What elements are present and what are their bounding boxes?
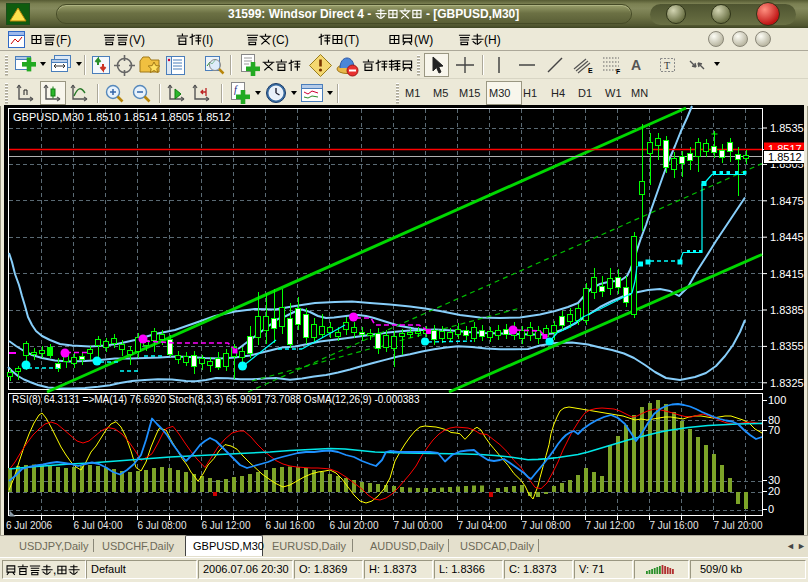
svg-text:6 Jul 04:00: 6 Jul 04:00 — [74, 520, 123, 531]
svg-text:T: T — [664, 60, 670, 71]
svg-text:7 Jul 08:00: 7 Jul 08:00 — [522, 520, 571, 531]
svg-text:1.8445: 1.8445 — [770, 231, 804, 243]
svg-text:7 Jul 12:00: 7 Jul 12:00 — [586, 520, 635, 531]
svg-text:20: 20 — [768, 485, 780, 497]
svg-text:1.8535: 1.8535 — [770, 122, 804, 134]
svg-text:7 Jul 04:00: 7 Jul 04:00 — [458, 520, 507, 531]
svg-text:1.8475: 1.8475 — [770, 195, 804, 207]
svg-text:7 Jul 00:00: 7 Jul 00:00 — [394, 520, 443, 531]
svg-text:1.8512: 1.8512 — [768, 151, 802, 163]
svg-text:6 Jul 12:00: 6 Jul 12:00 — [202, 520, 251, 531]
svg-text:100: 100 — [768, 394, 786, 406]
svg-text:6 Jul 2006: 6 Jul 2006 — [6, 520, 53, 531]
svg-text:RSI(8) 64.3131 =>MA(14) 76.69: RSI(8) 64.3131 =>MA(14) 76.6920 Stoch(8,… — [12, 394, 420, 405]
svg-text:7 Jul 20:00: 7 Jul 20:00 — [714, 520, 763, 531]
svg-text:7 Jul 16:00: 7 Jul 16:00 — [650, 520, 699, 531]
svg-text:6 Jul 08:00: 6 Jul 08:00 — [138, 520, 187, 531]
svg-text:E: E — [588, 67, 593, 74]
svg-text:1.8385: 1.8385 — [770, 304, 804, 316]
svg-text:1.8415: 1.8415 — [770, 268, 804, 280]
svg-text:70: 70 — [768, 424, 780, 436]
svg-text:0: 0 — [768, 503, 774, 515]
svg-text:1.8325: 1.8325 — [770, 377, 804, 389]
svg-text:6 Jul 16:00: 6 Jul 16:00 — [266, 520, 315, 531]
svg-text:GBPUSD,M30 1.8510 1.8514 1.85: GBPUSD,M30 1.8510 1.8514 1.8505 1.8512 — [13, 111, 231, 123]
svg-text:6 Jul 20:00: 6 Jul 20:00 — [330, 520, 379, 531]
svg-text:1.8355: 1.8355 — [770, 340, 804, 352]
svg-text:F: F — [616, 68, 621, 75]
